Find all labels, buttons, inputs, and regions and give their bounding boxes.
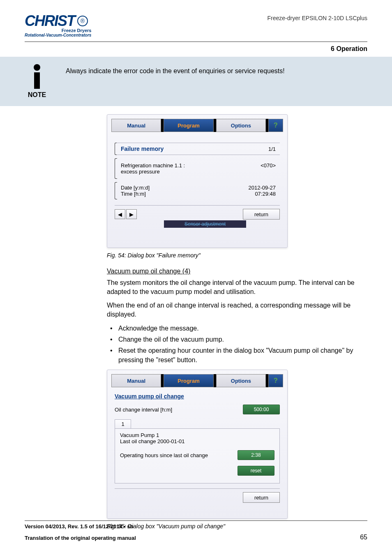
logo-text: CHRIST	[25, 12, 75, 30]
tab-manual[interactable]: Manual	[111, 119, 161, 132]
oil-change-title: Vacuum pump oil change	[115, 393, 280, 400]
oil-change-dialog: Manual Program Options ? Vacuum pump oil…	[107, 370, 288, 519]
interval-label: Oil change interval [h:m]	[115, 407, 172, 413]
return-button[interactable]: return	[243, 492, 280, 503]
bullet-item: Acknowledge the message.	[107, 324, 367, 333]
tab-options[interactable]: Options	[216, 374, 266, 387]
note-text: Always indicate the error code in the ev…	[66, 64, 285, 76]
translation-line: Translation of the original operating ma…	[25, 535, 136, 541]
time-value: 07:29:48	[255, 191, 276, 197]
vacuum-pump-para-2: When the end of an oil change interval i…	[107, 301, 367, 319]
logo-subtitle-1: Freeze Dryers	[25, 28, 91, 33]
logo-subtitle-2: Rotational-Vacuum-Concentrators	[25, 33, 91, 37]
vacuum-pump-heading: Vacuum pump oil change (4)	[107, 268, 367, 275]
note-label: NOTE	[28, 91, 46, 99]
tab-program[interactable]: Program	[164, 374, 213, 387]
prev-button[interactable]: ◀	[115, 209, 125, 219]
info-icon-stem	[34, 72, 40, 89]
brand-logo: CHRIST ® Freeze Dryers Rotational-Vacuum…	[25, 12, 91, 37]
tab-options[interactable]: Options	[216, 119, 266, 132]
return-button[interactable]: return	[243, 209, 280, 220]
interval-value-button[interactable]: 500:00	[243, 405, 280, 414]
vacuum-pump-para-1: The system monitors the oil change inter…	[107, 278, 367, 297]
failure-desc: Refrigeration machine 1.1 : excess press…	[121, 162, 185, 175]
note-callout: NOTE Always indicate the error code in t…	[0, 57, 392, 106]
tab-program[interactable]: Program	[164, 119, 213, 132]
failure-code: <070>	[261, 162, 276, 175]
reset-button[interactable]: reset	[238, 466, 274, 476]
pump-tab-1[interactable]: 1	[115, 419, 131, 428]
failure-memory-title: Failure memory	[121, 146, 164, 152]
vacuum-pump-bullets: Acknowledge the message. Change the oil …	[107, 324, 367, 365]
registered-icon: ®	[77, 16, 88, 26]
info-icon	[34, 64, 40, 71]
tab-help[interactable]: ?	[268, 119, 283, 132]
tab-help[interactable]: ?	[268, 374, 283, 387]
section-heading: 6 Operation	[0, 42, 392, 57]
figure-54-caption: Fig. 54: Dialog box "Failure memory"	[107, 252, 367, 259]
next-button[interactable]: ▶	[126, 209, 137, 219]
product-name: Freeze-dryer EPSILON 2-10D LSCplus	[267, 15, 367, 21]
version-line: Version 04/2013, Rev. 1.5 of 16/12/2014 …	[25, 523, 367, 530]
tab-manual[interactable]: Manual	[111, 374, 161, 387]
bullet-item: Change the oil of the vacuum pump.	[107, 335, 367, 344]
failure-count: 1/1	[268, 146, 276, 152]
date-value: 2012-09-27	[249, 185, 276, 191]
page-number: 65	[360, 534, 367, 541]
operating-hours-label: Operating hours since last oil change	[120, 452, 208, 458]
pump-name: Vacuum Pump 1	[120, 432, 274, 438]
sensor-adjustment-strip: Sensor adjustment	[164, 220, 246, 228]
date-label: Date [y:m:d]	[121, 185, 150, 191]
last-oil-change: Last oil change 2000-01-01	[120, 438, 274, 444]
operating-hours-value: 2:38	[238, 450, 274, 460]
failure-memory-dialog: Manual Program Options ? Failure memory …	[107, 114, 288, 248]
bullet-item: Reset the operating hour counter in the …	[107, 346, 367, 365]
time-label: Time [h:m]	[121, 191, 146, 197]
page-footer: Version 04/2013, Rev. 1.5 of 16/12/2014 …	[25, 520, 367, 541]
